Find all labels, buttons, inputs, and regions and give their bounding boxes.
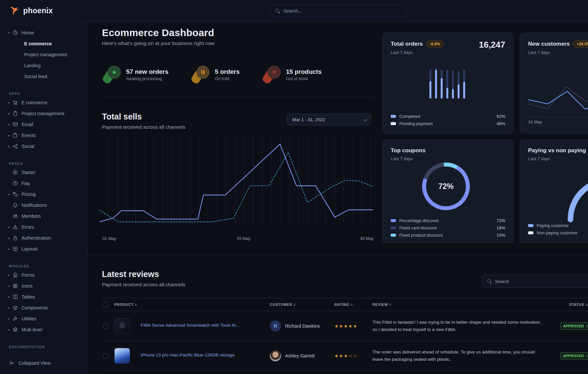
col-review[interactable]: REVIEW⇅ (371, 303, 559, 306)
col-status[interactable]: STATUS⇅ (559, 303, 588, 306)
star-icon: ★ (112, 69, 117, 76)
sidebar-item-home[interactable]: ▾Home (0, 27, 87, 38)
total-orders-card: Total orders -6.8% Last 7 days 16,247 Co… (382, 33, 514, 133)
sidebar-item-events[interactable]: ▸Events (0, 130, 87, 141)
paying-gauge-chart (520, 170, 588, 223)
rating-stars: ★★★★★ (333, 323, 371, 329)
stat-on-hold: 5 ordersOn hold (192, 65, 240, 84)
sidebar-item-components[interactable]: ▸Components (0, 302, 87, 313)
reviews-search[interactable] (482, 275, 588, 288)
new-customers-x-label: 01 May (528, 120, 542, 124)
sidebar-item-starter[interactable]: Starter (0, 167, 87, 178)
top-coupons-title: Top coupons (391, 147, 425, 154)
sidebar-item-utilities[interactable]: ▸Utilities (0, 313, 87, 324)
product-link[interactable]: iPhone 13 pro max-Pacific Blue-128GB sto… (139, 352, 235, 357)
columns-icon (13, 294, 18, 300)
question-icon (13, 181, 18, 186)
review-text: The order was delivered ahead of schedul… (371, 349, 559, 363)
sidebar-section-documentation: DOCUMENTATION (0, 344, 87, 350)
table-row: Fitbit Sense Advanced Smartwatch with To… (102, 311, 588, 341)
sidebar-item-layouts[interactable]: ▸Layouts (0, 243, 87, 254)
top-coupons-card: Top coupons Last 7 days 72% Percentage d… (382, 140, 514, 243)
paying-card: Paying vs non paying Last 7 days Paying … (520, 140, 588, 243)
sidebar-item-e-commerce[interactable]: E commerce (0, 38, 87, 49)
product-link[interactable]: Fitbit Sense Advanced Smartwatch with To… (139, 323, 239, 328)
caret-icon: ▸ (8, 328, 13, 331)
divider (88, 255, 588, 255)
new-customers-title: New customers (528, 41, 570, 47)
sidebar-item-members[interactable]: Members (0, 210, 87, 221)
caret-icon: ▾ (8, 31, 13, 34)
legend-row: Pending payment48% (391, 120, 505, 127)
row-checkbox[interactable] (103, 353, 108, 358)
caret-icon: ▸ (8, 284, 13, 288)
pie-icon (13, 30, 18, 35)
sidebar-item-multi-level[interactable]: ▸Multi level (0, 324, 87, 335)
sidebar-item-project-management[interactable]: ▸Project management (0, 108, 87, 119)
new-customers-badge: +26.5% (573, 40, 588, 48)
stat-awating-processing: ★57 new ordersAwating processing (104, 65, 169, 84)
legend-row: Completed52% (391, 113, 505, 120)
row-checkbox[interactable] (103, 323, 108, 329)
date-range-select[interactable]: Mar 1 - 31, 2022 (287, 114, 371, 125)
avatar (270, 350, 281, 361)
main-content: Ecommerce Dashboard Here's what's going … (88, 22, 588, 374)
paying-period: Last 7 days (528, 156, 588, 161)
file-icon (13, 272, 18, 278)
status-badge: APPROVED✓ (560, 352, 588, 359)
col-product[interactable]: PRODUCT⇅ (113, 303, 139, 306)
search-icon (487, 279, 492, 284)
sidebar-nav: ▾HomeE commerceProject managementLanding… (0, 22, 87, 350)
legend-row: Percentage discount72% (391, 217, 505, 224)
sidebar-item-social-feed[interactable]: Social feed (0, 71, 87, 82)
total-orders-bar-chart (429, 68, 465, 99)
top-navbar: phoenix (0, 0, 588, 22)
sidebar-item-authentication[interactable]: ▸Authentication (0, 232, 87, 243)
box-icon (13, 305, 18, 310)
sidebar-item-forms[interactable]: ▸Forms (0, 269, 87, 280)
collapse-label: Collapsed View (19, 360, 50, 366)
legend-row: Non-paying customer (528, 229, 588, 236)
global-search-input[interactable] (283, 8, 389, 14)
sidebar-item-project-management[interactable]: Project management (0, 49, 87, 60)
sidebar-item-errors[interactable]: ▸Errors (0, 221, 87, 232)
sidebar-item-notifications[interactable]: Notifications (0, 200, 87, 210)
product-thumbnail[interactable] (114, 318, 130, 334)
latest-reviews-title: Latest reviews (102, 269, 185, 279)
total-orders-legend: Completed52%Pending payment48% (391, 113, 505, 127)
sidebar: ▾HomeE commerceProject managementLanding… (0, 22, 88, 374)
sidebar-item-faq[interactable]: Faq (0, 178, 87, 189)
sidebar-item-e-commerce[interactable]: ▸E commerce (0, 97, 87, 108)
table-header-row: PRODUCT⇅CUSTOMER⇅RATING⇅REVIEW⇅STATUS⇅ (102, 298, 588, 311)
reviews-search-input[interactable] (495, 279, 578, 284)
table-row: iPhone 13 pro max-Pacific Blue-128GB sto… (102, 341, 588, 371)
sidebar-item-landing[interactable]: Landing (0, 60, 87, 71)
check-icon: ✓ (586, 324, 588, 328)
tag-icon (13, 192, 18, 197)
page-subtitle: Here's what's going on at your business … (102, 40, 215, 46)
review-text: This Fitbit is fantastic! I was trying t… (371, 319, 559, 333)
sidebar-item-icons[interactable]: ▸Icons (0, 280, 87, 291)
sidebar-item-tables[interactable]: ▸Tables (0, 291, 87, 302)
total-orders-value: 16,247 (479, 40, 505, 50)
total-sells-subtitle: Payment received across all channels (102, 124, 185, 130)
caret-icon: ▸ (8, 101, 13, 104)
collapse-view-button[interactable]: Collapsed View (0, 352, 87, 374)
brand-logo[interactable]: phoenix (9, 5, 53, 17)
caret-icon: ▸ (8, 295, 13, 299)
col-customer[interactable]: CUSTOMER⇅ (268, 303, 333, 306)
product-thumbnail[interactable] (114, 348, 130, 364)
caret-icon: ▸ (8, 193, 13, 196)
warning-icon (13, 224, 18, 230)
select-all-checkbox[interactable] (103, 302, 108, 307)
page-title: Ecommerce Dashboard (102, 27, 214, 38)
collapse-icon (9, 360, 15, 366)
sidebar-item-social[interactable]: ▸Social (0, 141, 87, 152)
col-rating[interactable]: RATING⇅ (333, 303, 371, 306)
sidebar-item-email[interactable]: ▸Email (0, 119, 87, 130)
global-search[interactable] (270, 5, 407, 17)
sidebar-item-pricing[interactable]: ▸Pricing (0, 189, 87, 200)
caret-icon: ▸ (8, 306, 13, 309)
avatar: R (270, 320, 281, 332)
layout-icon (13, 246, 18, 252)
